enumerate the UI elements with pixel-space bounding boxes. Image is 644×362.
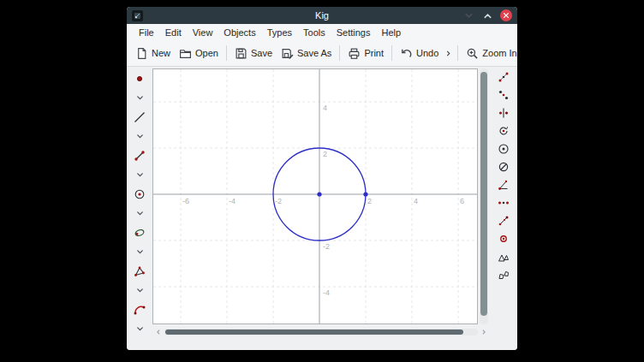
- projectivity-tool-button[interactable]: [497, 268, 510, 282]
- chevron-right-icon: [444, 50, 452, 57]
- zoom-in-button[interactable]: Zoom In: [462, 45, 517, 62]
- inversion-tool-icon: [498, 143, 510, 155]
- undo-button[interactable]: Undo: [397, 45, 442, 62]
- menu-file[interactable]: File: [137, 27, 156, 38]
- close-button[interactable]: [500, 9, 512, 21]
- chevron-down-icon: [135, 170, 145, 180]
- circle-tool-icon: [134, 188, 146, 200]
- plot-area[interactable]: -6-4-224642-2-4: [152, 68, 478, 324]
- menu-edit[interactable]: Edit: [164, 27, 183, 38]
- axis-tick-label: -2: [323, 242, 330, 251]
- segment-tool-icon: [134, 150, 146, 162]
- menu-view[interactable]: View: [191, 27, 215, 38]
- horizontal-scrollbar[interactable]: [164, 329, 478, 335]
- toolbar-button-label: New: [152, 48, 170, 58]
- point-tool-button[interactable]: [133, 72, 146, 86]
- scale-tool-button[interactable]: [497, 214, 510, 228]
- projectivity-tool-icon: [498, 269, 510, 281]
- axis-tick-label: 2: [323, 150, 327, 158]
- tool-group-expander[interactable]: [134, 246, 146, 258]
- arc-tool-button[interactable]: [133, 303, 146, 317]
- midpoint-tool-button[interactable]: [497, 196, 510, 210]
- print-button[interactable]: Print: [344, 45, 387, 62]
- axis-tick-label: -4: [229, 197, 236, 205]
- save-as-button[interactable]: Save As: [277, 45, 335, 62]
- main: -6-4-224642-2-4: [127, 67, 517, 340]
- maximize-button[interactable]: [481, 9, 493, 21]
- arc-tool-icon: [134, 304, 146, 316]
- central-symmetry-icon: [498, 89, 510, 101]
- axial-reflection-icon: [498, 107, 510, 119]
- rotation-tool-button[interactable]: [497, 124, 510, 138]
- vertical-scrollbar-thumb[interactable]: [480, 72, 487, 316]
- canvas-row: -6-4-224642-2-4: [152, 68, 490, 324]
- undo-icon: [400, 47, 413, 60]
- similarity-tool-button[interactable]: [497, 250, 510, 264]
- left-toolbar: [127, 67, 152, 340]
- toolbar-button-label: Save As: [297, 48, 331, 58]
- menu-types[interactable]: Types: [265, 27, 294, 38]
- chevron-down-icon: [135, 286, 145, 295]
- tool-group-expander[interactable]: [134, 92, 146, 104]
- tool-group-expander[interactable]: [134, 208, 146, 219]
- axis-tick-label: 6: [460, 197, 464, 205]
- segment-tool-button[interactable]: [133, 149, 146, 163]
- menu-tools[interactable]: Tools: [301, 27, 327, 38]
- toolbar-separator: [391, 45, 392, 61]
- point-object[interactable]: [317, 192, 321, 196]
- save-as-icon: [281, 47, 294, 60]
- toolbar-separator: [226, 45, 227, 61]
- window-controls: [462, 9, 512, 21]
- line-tool-button[interactable]: [133, 110, 146, 124]
- axis-tick-label: -4: [323, 288, 330, 297]
- point-tool-icon: [134, 73, 146, 85]
- toolbar-separator: [339, 45, 340, 61]
- inversion-tool-button[interactable]: [497, 142, 510, 156]
- axial-reflection-button[interactable]: [497, 106, 510, 120]
- right-toolbar: [490, 67, 517, 340]
- vertical-scrollbar[interactable]: [480, 68, 488, 324]
- save-button[interactable]: Save: [231, 45, 276, 62]
- conic-tool-button[interactable]: [133, 226, 146, 240]
- polygon-tool-button[interactable]: [133, 264, 146, 278]
- geometry-figure[interactable]: -6-4-224642-2-4: [153, 69, 477, 323]
- minimize-button[interactable]: [462, 9, 474, 21]
- tool-group-expander[interactable]: [134, 285, 146, 296]
- angle-tool-icon: [498, 179, 510, 191]
- menu-help[interactable]: Help: [379, 27, 402, 38]
- open-button[interactable]: Open: [176, 45, 222, 62]
- menu-objects[interactable]: Objects: [222, 27, 257, 38]
- point-object[interactable]: [363, 192, 367, 196]
- new-button[interactable]: New: [132, 45, 174, 62]
- toolbar-button-label: Zoom In: [482, 48, 516, 58]
- angle-tool-button[interactable]: [497, 178, 510, 192]
- rotation-tool-icon: [498, 125, 510, 137]
- midpoint-tool-icon: [498, 197, 510, 209]
- toolbar-overflow-button[interactable]: [444, 50, 452, 57]
- axis-tick-label: -6: [182, 197, 189, 205]
- menu-settings[interactable]: Settings: [335, 27, 373, 38]
- horizontal-scrollbar-thumb[interactable]: [165, 329, 463, 335]
- tool-group-expander[interactable]: [134, 131, 146, 142]
- window-title: Kig: [127, 10, 517, 21]
- circle-tool-button[interactable]: [133, 187, 146, 201]
- central-symmetry-button[interactable]: [497, 88, 510, 102]
- axis-tick-label: 2: [367, 197, 372, 205]
- chevron-down-icon: [135, 132, 145, 141]
- toolbar-button-label: Open: [195, 48, 218, 58]
- hide-object-button[interactable]: [497, 160, 510, 174]
- translate-tool-button[interactable]: [497, 70, 510, 84]
- scroll-right-button[interactable]: [480, 329, 488, 335]
- axis-tick-label: 4: [323, 104, 327, 112]
- save-icon: [235, 47, 247, 60]
- titlebar[interactable]: Kig: [127, 7, 517, 24]
- test-tool-button[interactable]: [497, 232, 510, 246]
- axis-tick-label: 4: [414, 197, 418, 205]
- tool-group-expander[interactable]: [134, 169, 146, 181]
- tool-group-expander[interactable]: [134, 323, 146, 335]
- toolbar-separator: [457, 45, 458, 61]
- chevron-down-icon: [463, 10, 474, 21]
- kig-window: Kig FileEditViewObjectsTypesToolsSetting…: [127, 7, 517, 350]
- scroll-left-button[interactable]: [154, 329, 163, 335]
- chevron-up-icon: [482, 10, 493, 21]
